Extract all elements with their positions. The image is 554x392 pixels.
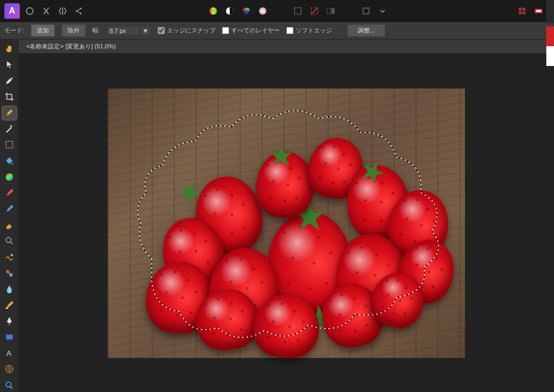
canvas-viewport[interactable] (19, 54, 554, 392)
flood-fill-tool[interactable] (2, 154, 16, 168)
svg-text:A: A (7, 349, 12, 357)
svg-point-8 (244, 10, 248, 14)
svg-point-2 (80, 8, 82, 9)
snap-checkbox[interactable]: エッジにスナップ (158, 26, 215, 35)
svg-rect-17 (519, 8, 522, 10)
selection-marquee-icon[interactable] (291, 4, 304, 18)
color-swatches (546, 26, 554, 66)
svg-rect-19 (519, 11, 522, 14)
mode-remove-button[interactable]: 除外 (62, 24, 86, 37)
document-tabs: <名称未設定> [変更あり] (51.0%) (19, 40, 554, 54)
rectangle-tool[interactable] (2, 330, 16, 344)
svg-rect-13 (327, 8, 330, 14)
gradient-tool[interactable] (2, 170, 16, 184)
move-tool[interactable] (2, 58, 16, 71)
svg-point-0 (26, 8, 33, 14)
context-toolbar: モード: 追加 除外 幅: ▼ エッジにスナップ すべてのレイヤー ソフトエッジ… (0, 22, 554, 40)
svg-rect-24 (6, 141, 13, 148)
width-label: 幅: (92, 26, 100, 35)
svg-point-1 (76, 10, 77, 12)
top-toolbar: A (0, 0, 554, 22)
svg-rect-22 (536, 10, 541, 12)
liquify-tool[interactable] (2, 250, 16, 264)
svg-point-25 (12, 163, 13, 164)
svg-rect-20 (523, 11, 525, 14)
mesh-warp-tool[interactable] (2, 362, 16, 376)
refine-button[interactable]: 調整... (347, 24, 385, 37)
gradient-adjust-icon[interactable] (207, 4, 220, 18)
layout-grid-icon[interactable] (516, 4, 529, 18)
contrast-adjust-icon[interactable] (223, 4, 236, 18)
width-dropdown-icon[interactable]: ▼ (140, 26, 151, 36)
all-layers-checkbox[interactable]: すべてのレイヤー (222, 26, 280, 35)
svg-point-16 (364, 9, 368, 13)
svg-point-9 (259, 7, 267, 15)
svg-point-3 (80, 13, 82, 14)
magic-wand-tool[interactable] (2, 122, 16, 136)
svg-rect-32 (5, 307, 8, 308)
width-input[interactable] (107, 26, 140, 36)
svg-point-23 (11, 78, 13, 79)
crop-tool[interactable] (2, 90, 16, 103)
svg-point-26 (5, 173, 13, 181)
text-tool[interactable]: A (2, 346, 16, 360)
hand-tool[interactable] (2, 42, 16, 56)
svg-line-38 (10, 386, 13, 389)
swatch-foreground[interactable] (546, 26, 554, 46)
clone-tool[interactable] (2, 266, 16, 280)
quick-mask-icon[interactable] (359, 4, 373, 18)
pixel-tool[interactable] (2, 202, 16, 216)
share-icon[interactable] (73, 4, 86, 18)
mirror-icon[interactable] (56, 4, 69, 18)
dodge-tool[interactable] (2, 298, 16, 312)
svg-line-12 (311, 8, 318, 14)
svg-rect-14 (331, 8, 335, 14)
live-projection-icon[interactable] (23, 4, 36, 18)
canvas-area: <名称未設定> [変更あり] (51.0%) (19, 40, 554, 392)
svg-point-29 (10, 254, 13, 257)
color-picker-tool[interactable] (2, 74, 16, 87)
svg-rect-10 (295, 8, 301, 14)
svg-rect-18 (523, 8, 525, 10)
mode-add-button[interactable]: 追加 (31, 24, 55, 37)
right-panel-edge[interactable] (546, 0, 554, 23)
tool-rail: A (0, 40, 19, 392)
mode-label: モード: (4, 26, 24, 35)
zoom-blur-tool[interactable] (2, 234, 16, 248)
pen-tool[interactable] (2, 314, 16, 328)
selection-outline (108, 89, 465, 358)
softproof-icon[interactable] (256, 4, 269, 18)
align-icon[interactable] (40, 4, 53, 18)
svg-line-28 (10, 242, 13, 245)
color-adjust-icon[interactable] (240, 4, 253, 18)
selection-brush-tool[interactable] (2, 106, 16, 120)
marquee-tool[interactable] (2, 138, 16, 152)
record-icon[interactable] (532, 4, 545, 18)
document-image (108, 89, 465, 358)
blur-tool[interactable] (2, 282, 16, 296)
erase-tool[interactable] (2, 218, 16, 232)
view-tool[interactable] (2, 378, 16, 392)
svg-point-31 (9, 273, 13, 277)
dropdown-icon[interactable] (376, 4, 389, 18)
soft-edge-checkbox[interactable]: ソフトエッジ (286, 26, 332, 35)
app-logo: A (4, 3, 20, 19)
swatch-background[interactable] (546, 46, 554, 66)
selection-invert-icon[interactable] (308, 4, 321, 18)
selection-refine-icon[interactable] (324, 4, 337, 18)
svg-point-30 (6, 270, 9, 273)
svg-point-4 (209, 7, 217, 15)
document-tab[interactable]: <名称未設定> [変更あり] (51.0%) (23, 42, 119, 51)
paint-brush-tool[interactable] (2, 186, 16, 200)
svg-rect-34 (6, 335, 13, 340)
